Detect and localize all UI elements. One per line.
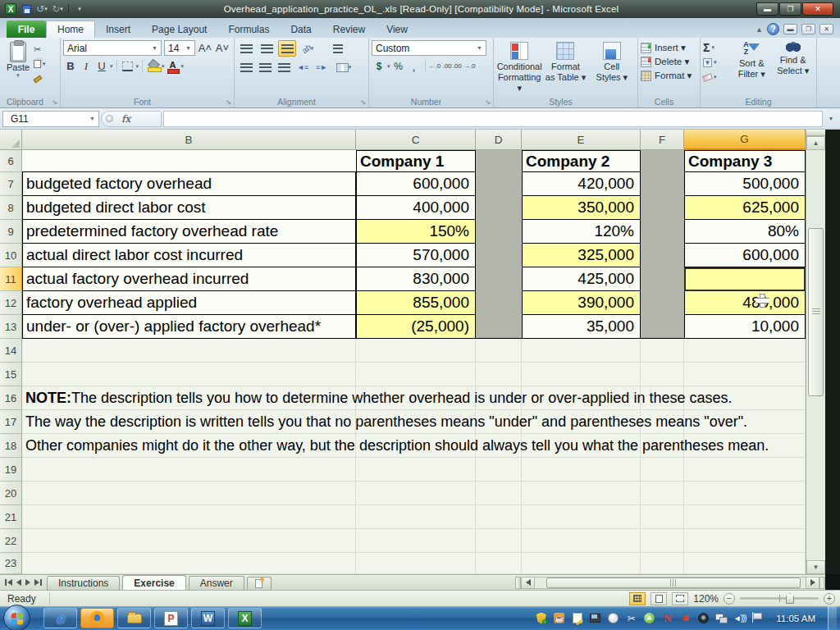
row-header-20[interactable]: 20 xyxy=(0,482,22,505)
format-cells-button[interactable]: Format ▾ xyxy=(641,70,697,81)
cell-B21[interactable] xyxy=(22,505,356,529)
tray-notification-flag-icon[interactable] xyxy=(751,612,764,624)
tray-netscape-icon[interactable]: N xyxy=(661,612,673,624)
horizontal-scroll-track[interactable] xyxy=(535,577,806,589)
cell-G8[interactable]: 625,000 xyxy=(684,196,806,220)
cell-D13[interactable] xyxy=(476,315,522,339)
collapse-ribbon-icon[interactable]: ▲ xyxy=(756,25,763,34)
increase-font-size-button[interactable]: A˄ xyxy=(198,40,212,56)
cell-C22[interactable] xyxy=(356,529,476,553)
merge-center-button[interactable]: ▾ xyxy=(335,59,353,75)
align-middle-button[interactable] xyxy=(258,40,276,57)
insert-function-button[interactable]: fx xyxy=(121,113,130,125)
cell-G22[interactable] xyxy=(684,529,806,553)
tab-data[interactable]: Data xyxy=(280,21,322,38)
taskbar-explorer-button[interactable] xyxy=(117,608,151,628)
borders-caret-icon[interactable]: ▾ xyxy=(136,63,139,70)
tab-view[interactable]: View xyxy=(376,21,418,38)
row-header-23[interactable]: 23 xyxy=(0,553,22,574)
hscroll-resize-handle[interactable] xyxy=(819,577,825,589)
row-header-22[interactable]: 22 xyxy=(0,529,22,553)
cell-G15[interactable] xyxy=(684,363,806,386)
taskbar-powerpoint-button[interactable]: P xyxy=(154,608,188,628)
taskbar-word-button[interactable]: W xyxy=(191,608,225,628)
wrap-text-button[interactable] xyxy=(329,40,347,57)
row-header-7[interactable]: 7 xyxy=(0,172,22,196)
cell-F7[interactable] xyxy=(641,172,684,196)
show-desktop-button[interactable] xyxy=(828,606,837,630)
tray-java-icon[interactable]: ☕ xyxy=(553,612,565,624)
vertical-scroll-track[interactable] xyxy=(806,150,825,560)
help-button[interactable]: ? xyxy=(767,23,779,35)
cell-G23[interactable] xyxy=(684,553,806,574)
cell-F23[interactable] xyxy=(641,553,684,574)
cell-C14[interactable] xyxy=(356,339,476,363)
cell-E13[interactable]: 35,000 xyxy=(522,315,641,339)
row-header-16[interactable]: 16 xyxy=(0,386,22,410)
cell-C15[interactable] xyxy=(356,363,476,386)
tab-formulas[interactable]: Formulas xyxy=(217,21,280,38)
align-top-button[interactable] xyxy=(237,40,255,57)
cell-B14[interactable] xyxy=(22,339,356,363)
tray-snipping-icon[interactable]: ✂ xyxy=(625,612,637,624)
align-left-button[interactable] xyxy=(237,59,255,75)
cell-C9[interactable]: 150% xyxy=(356,220,476,244)
undo-dropdown-caret-icon[interactable]: ▾ xyxy=(44,6,48,12)
cell-E15[interactable] xyxy=(522,363,641,386)
cell-G19[interactable] xyxy=(684,458,806,482)
cut-button[interactable]: ✂ xyxy=(34,43,55,56)
cell-D12[interactable] xyxy=(476,291,522,315)
page-layout-view-button[interactable] xyxy=(651,592,667,605)
tray-network-icon[interactable] xyxy=(715,612,728,624)
scroll-up-arrow-icon[interactable]: ▲ xyxy=(806,136,825,150)
cell-E14[interactable] xyxy=(522,339,641,363)
decrease-decimal-button[interactable]: .00 →.0 xyxy=(453,58,476,74)
cell-F21[interactable] xyxy=(641,505,684,529)
cell-E9[interactable]: 120% xyxy=(522,220,641,244)
insert-worksheet-button[interactable] xyxy=(247,577,272,590)
sheet-tab-instructions[interactable]: Instructions xyxy=(47,576,120,590)
cell-B9[interactable]: predetermined factory overhead rate xyxy=(22,220,356,244)
row-header-11-selected[interactable]: 11 xyxy=(0,267,22,291)
cell-G6[interactable]: Company 3 xyxy=(684,150,806,172)
minimize-workbook-button[interactable]: ▬ xyxy=(783,24,797,34)
column-header-G-selected[interactable]: G xyxy=(684,130,806,150)
formula-input[interactable] xyxy=(163,111,823,127)
font-size-combo[interactable]: 14▼ xyxy=(164,40,195,56)
taskbar-firefox-button-active[interactable] xyxy=(80,608,114,628)
fill-color-button[interactable] xyxy=(146,58,161,74)
scroll-right-arrow-icon[interactable] xyxy=(806,577,819,589)
tray-webcam-icon[interactable] xyxy=(697,612,710,624)
zoom-in-button[interactable]: + xyxy=(824,593,835,605)
cell-G21[interactable] xyxy=(684,505,806,529)
normal-view-button[interactable] xyxy=(629,592,646,605)
vertical-scroll-thumb[interactable] xyxy=(808,228,824,396)
align-right-button[interactable] xyxy=(275,59,293,75)
cell-D8[interactable] xyxy=(476,196,522,220)
row-header-8[interactable]: 8 xyxy=(0,196,22,220)
cell-B12[interactable]: factory overhead applied xyxy=(22,291,356,315)
tray-antivirus-icon[interactable]: A xyxy=(643,612,655,624)
cell-C20[interactable] xyxy=(356,482,476,505)
horizontal-scrollbar[interactable] xyxy=(515,575,825,590)
row-header-21[interactable]: 21 xyxy=(0,505,22,529)
alignment-dialog-launcher-icon[interactable]: ⇘ xyxy=(360,98,366,106)
underline-caret-icon[interactable]: ▾ xyxy=(110,63,113,70)
cell-D23[interactable] xyxy=(476,553,522,574)
cell-E11[interactable]: 425,000 xyxy=(522,267,641,291)
increase-decimal-button[interactable]: ←.0 .00 xyxy=(429,58,452,74)
find-select-button[interactable]: Find & Select ▾ xyxy=(773,41,815,95)
comma-style-button[interactable]: , xyxy=(407,58,422,74)
cell-G12[interactable]: 480,000 xyxy=(684,291,806,315)
save-button[interactable] xyxy=(20,2,33,16)
cell-D21[interactable] xyxy=(476,505,522,529)
paste-button[interactable]: Paste ▾ xyxy=(2,40,34,95)
taskbar-clock[interactable]: 11:05 AM xyxy=(769,614,822,623)
cell-B6[interactable] xyxy=(22,150,356,172)
font-dialog-launcher-icon[interactable]: ⇘ xyxy=(226,98,231,106)
borders-button[interactable] xyxy=(121,58,135,74)
row-header-6[interactable]: 6 xyxy=(0,150,22,172)
font-color-caret-icon[interactable]: ▾ xyxy=(181,63,185,70)
cell-C8[interactable]: 400,000 xyxy=(356,196,476,220)
name-box[interactable]: G11▼ xyxy=(2,111,99,127)
